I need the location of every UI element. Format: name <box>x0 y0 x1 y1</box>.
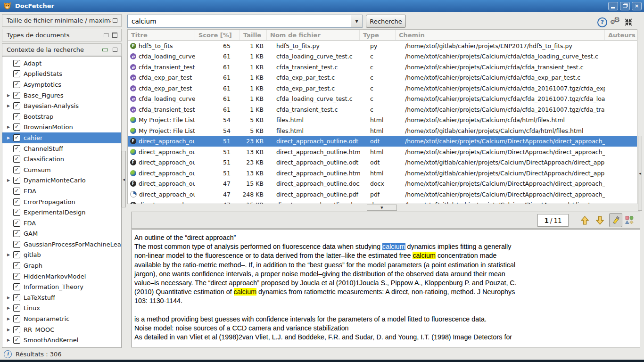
tree-item[interactable]: cahier <box>2 132 121 143</box>
checkbox[interactable] <box>13 262 20 269</box>
help-icon[interactable] <box>597 17 607 27</box>
column-header[interactable]: Titre <box>128 30 195 40</box>
restore-panel-icon[interactable] <box>104 33 108 37</box>
table-row[interactable]: Fdirect_approach_outline5123 KBdirect_ap… <box>128 136 637 147</box>
checkbox[interactable] <box>13 220 20 227</box>
checkbox[interactable] <box>13 70 20 77</box>
checkbox[interactable] <box>13 102 20 109</box>
tree-item[interactable]: Nonparametric <box>2 313 121 324</box>
table-row[interactable]: ecfda_transient_test611 KBcfda_transient… <box>128 62 637 73</box>
minimize-button[interactable] <box>608 2 618 10</box>
checkbox[interactable] <box>13 113 20 120</box>
expander-icon[interactable] <box>7 317 13 321</box>
checkbox[interactable] <box>13 294 20 301</box>
checkbox[interactable] <box>13 209 20 216</box>
checkbox[interactable] <box>13 166 20 173</box>
tree-item[interactable]: Bootstrap <box>2 111 121 122</box>
highlight-toggle-button[interactable] <box>609 213 622 227</box>
table-row[interactable]: Phdf5_to_fits651 KBhdf5_to_fits.pypy/hom… <box>128 41 637 51</box>
column-header[interactable]: Chemin <box>396 30 605 40</box>
preview-mode-shapes-icon[interactable] <box>625 216 634 224</box>
panel-file-size[interactable]: Taille de fichier minimale / maximale <box>2 14 122 27</box>
tree-item[interactable]: DynamicMonteCarlo <box>2 175 121 186</box>
checkbox[interactable] <box>13 156 20 163</box>
checkbox[interactable] <box>13 92 20 99</box>
right-collapse-handle[interactable] <box>638 136 642 211</box>
preferences-gears-icon[interactable] <box>610 16 622 27</box>
table-row[interactable]: direct_approach_outline5113 KBdirect_app… <box>128 147 637 157</box>
restore-panel-icon[interactable] <box>113 18 117 23</box>
restore-button[interactable] <box>620 2 630 10</box>
expander-icon[interactable] <box>7 328 13 332</box>
tree-item[interactable]: RR_MOOC <box>2 324 121 335</box>
expander-icon[interactable] <box>7 178 13 182</box>
checkbox[interactable] <box>13 326 20 333</box>
tree-item[interactable]: gitlab <box>2 250 121 261</box>
expander-icon[interactable] <box>7 306 13 310</box>
panel-search-scope[interactable]: Contexte de la recherche <box>2 43 122 56</box>
tree-item[interactable]: EDA <box>2 186 121 197</box>
tree-item[interactable]: Information_Theory <box>2 281 121 292</box>
minimize-panel-icon[interactable] <box>102 49 108 51</box>
table-row[interactable]: Fdirect_approach_outline4715 KBdirect_ap… <box>128 200 637 205</box>
checkbox[interactable] <box>13 145 20 152</box>
tree-item[interactable]: Graph <box>2 260 121 271</box>
table-row[interactable]: ecfda_exp_par_test611 KBcfda_exp_par_tes… <box>128 73 637 83</box>
search-button[interactable]: Recherche <box>366 15 406 28</box>
table-row[interactable]: Fdirect_approach_outline4715 KBdirect_ap… <box>128 179 637 189</box>
minimize-to-tray-icon[interactable] <box>624 18 633 26</box>
expander-icon[interactable] <box>7 296 13 300</box>
expander-icon[interactable] <box>7 104 13 108</box>
tree-item[interactable]: Adapt <box>2 58 121 69</box>
table-row[interactable]: My Project: File Listing545 KBfiles.html… <box>128 115 637 126</box>
checkbox[interactable] <box>13 315 20 322</box>
checkbox[interactable] <box>13 134 20 141</box>
tree-item[interactable]: AppliedStats <box>2 69 121 80</box>
tree-item[interactable]: Classification <box>2 154 121 165</box>
checkbox[interactable] <box>13 123 20 131</box>
column-header[interactable]: Auteurs <box>605 30 637 40</box>
column-header[interactable]: Nom de fichier <box>267 30 360 40</box>
table-row[interactable]: ecfda_loading_curve_test611 KBcfda_loadi… <box>128 51 637 62</box>
checkbox[interactable] <box>13 60 20 67</box>
tree-item[interactable]: GAM <box>2 229 121 239</box>
restore-panel-icon[interactable] <box>113 48 117 52</box>
tree-item[interactable]: Cumsum <box>2 165 121 175</box>
checkbox[interactable] <box>13 81 20 88</box>
tree-item[interactable]: FDA <box>2 218 121 229</box>
tree-item[interactable]: HiddenMarkovModel <box>2 271 121 282</box>
expander-icon[interactable] <box>7 253 13 257</box>
checkbox[interactable] <box>13 177 20 184</box>
expander-icon[interactable] <box>7 125 13 129</box>
next-match-button[interactable] <box>594 214 606 227</box>
previous-match-button[interactable] <box>578 214 591 227</box>
close-button[interactable]: × <box>632 2 642 10</box>
maximize-panel-icon[interactable] <box>112 33 117 38</box>
checkbox[interactable] <box>13 283 20 290</box>
search-input[interactable] <box>127 15 351 28</box>
tree-item[interactable]: ExperimentalDesign <box>2 207 121 218</box>
checkbox[interactable] <box>13 188 20 195</box>
sidebar-collapse-handle[interactable] <box>122 151 126 207</box>
tree-item[interactable]: GaussianProcessForMachineLearning <box>2 239 121 250</box>
tree-item[interactable]: LaTeXstuff <box>2 292 121 303</box>
column-header[interactable]: Taille <box>240 30 267 40</box>
checkbox[interactable] <box>13 198 20 206</box>
tree-item[interactable]: ErrorPropagation <box>2 197 121 207</box>
tree-item[interactable]: SmoothAndKernel <box>2 335 121 346</box>
table-row[interactable]: My Project: File Listing545 KBfiles.html… <box>128 125 637 136</box>
table-row[interactable]: direct_approach_outline5113 KBdirect_app… <box>128 168 637 179</box>
column-header[interactable]: Score [%] <box>195 30 240 40</box>
table-row[interactable]: ecfda_transient_test611 KBcfda_transient… <box>128 104 637 115</box>
search-history-dropdown-button[interactable] <box>351 15 363 28</box>
table-row[interactable]: ecfda_loading_curve_test611 KBcfda_loadi… <box>128 94 637 105</box>
checkbox[interactable] <box>13 241 20 248</box>
tree-item[interactable]: Asymptotics <box>2 79 121 90</box>
expander-icon[interactable] <box>7 136 13 140</box>
tree-item[interactable]: Linux <box>2 303 121 314</box>
checkbox[interactable] <box>13 304 20 312</box>
checkbox[interactable] <box>13 273 20 280</box>
table-row[interactable]: ecfda_exp_par_test611 KBcfda_exp_par_tes… <box>128 83 637 94</box>
table-row[interactable]: direct_approach_outline47248 KBdirect_ap… <box>128 189 637 200</box>
checkbox[interactable] <box>13 230 20 237</box>
